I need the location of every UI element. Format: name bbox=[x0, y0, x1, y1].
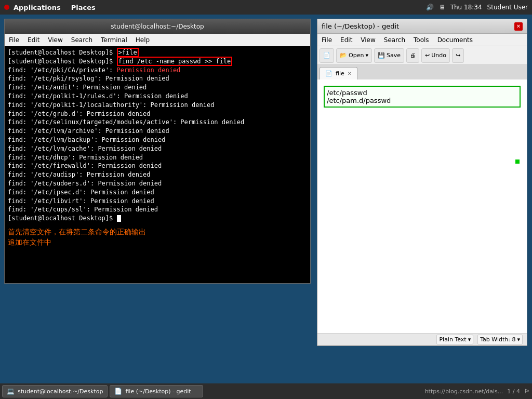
language-dropdown-icon: ▾ bbox=[468, 336, 471, 343]
terminal-permission-16: find: '/etc/libvirt': Permission denied bbox=[8, 197, 307, 206]
user-name: Student User bbox=[487, 4, 528, 11]
gedit-menu-file[interactable]: File bbox=[322, 36, 332, 44]
gedit-menu-view[interactable]: View bbox=[361, 36, 375, 44]
gedit-titlebar: file (~/Desktop) - gedit ✕ bbox=[317, 19, 527, 34]
terminal-permission-2: find: '/etc/pki/rsyslog': Permission den… bbox=[8, 74, 307, 83]
redo-icon: ↪ bbox=[456, 52, 460, 59]
open-dropdown-icon: ▾ bbox=[365, 52, 368, 59]
terminal-menu-terminal[interactable]: Terminal bbox=[101, 36, 127, 44]
gedit-window: file (~/Desktop) - gedit ✕ File Edit Vie… bbox=[317, 19, 527, 346]
terminal-permission-15: find: '/etc/ipsec.d': Permission denied bbox=[8, 188, 307, 197]
applications-menu[interactable]: Applications bbox=[14, 4, 61, 11]
terminal-permission-17: find: '/etc/cups/ssl': Permission denied bbox=[8, 205, 307, 214]
undo-button[interactable]: ↩ Undo bbox=[421, 48, 450, 63]
tab-close-button[interactable]: ✕ bbox=[348, 71, 352, 76]
taskbar-item-terminal[interactable]: 💻 student@localhost:~/Desktop bbox=[2, 385, 108, 397]
save-label: Save bbox=[387, 52, 401, 59]
taskbar-flag-icon: 🏳 bbox=[524, 388, 530, 395]
desktop: home student@localhost:~/Desktop File Ed… bbox=[0, 15, 532, 383]
terminal-permission-11: find: '/etc/dhcp': Permission denied bbox=[8, 153, 307, 162]
gedit-menu-search[interactable]: Search bbox=[384, 36, 405, 44]
print-icon: 🖨 bbox=[410, 52, 416, 59]
undo-icon: ↩ bbox=[425, 52, 430, 59]
terminal-prompt-2: [student@localhost Desktop]$ bbox=[8, 58, 117, 65]
gedit-menu-tools[interactable]: Tools bbox=[414, 36, 429, 44]
terminal-prompt-1: [student@localhost Desktop]$ bbox=[8, 49, 117, 56]
undo-label: Undo bbox=[431, 52, 446, 59]
terminal-menu-help[interactable]: Help bbox=[136, 36, 150, 44]
terminal-permission-7: find: '/etc/selinux/targeted/modules/act… bbox=[8, 118, 307, 127]
gedit-menubar: File Edit View Search Tools Documents bbox=[317, 34, 527, 46]
gedit-menu-edit[interactable]: Edit bbox=[340, 36, 352, 44]
tab-file-label: file bbox=[336, 70, 344, 77]
terminal-permission-14: find: '/etc/sudoers.d': Permission denie… bbox=[8, 179, 307, 188]
gedit-title: file (~/Desktop) - gedit bbox=[322, 22, 399, 30]
open-icon: 📂 bbox=[340, 52, 347, 59]
gedit-close-button[interactable]: ✕ bbox=[514, 22, 523, 31]
taskbar-gedit-label: file (~/Desktop) - gedit bbox=[125, 388, 191, 395]
gedit-file-contents-highlight: /etc/passwd /etc/pam.d/passwd bbox=[324, 86, 521, 108]
language-label: Plain Text bbox=[439, 336, 466, 343]
gedit-file-line-1: /etc/passwd bbox=[327, 89, 517, 97]
new-button[interactable]: 📄 bbox=[320, 48, 334, 63]
annotation: 首先清空文件，在将第二条命令的正确输出 追加在文件中 bbox=[8, 227, 307, 247]
terminal-permission-4: find: '/etc/polkit-1/rules.d': Permissio… bbox=[8, 92, 307, 101]
terminal-menu-view[interactable]: View bbox=[48, 36, 62, 44]
volume-icon: 🔊 bbox=[426, 4, 434, 11]
new-icon: 📄 bbox=[323, 52, 330, 59]
save-button[interactable]: 💾 Save bbox=[374, 48, 404, 63]
terminal-menu-search[interactable]: Search bbox=[71, 36, 92, 44]
taskbar: 💻 student@localhost:~/Desktop 📄 file (~/… bbox=[0, 383, 532, 399]
terminal-content: [student@localhost Desktop]$ >file [stud… bbox=[5, 46, 310, 283]
cmd-highlight-2: find /etc -name passwd >> file bbox=[117, 57, 233, 66]
gedit-toolbar: 📄 📂 Open ▾ 💾 Save 🖨 ↩ Undo ↪ bbox=[317, 46, 527, 65]
terminal-menubar: File Edit View Search Terminal Help bbox=[5, 34, 310, 46]
taskbar-terminal-label: student@localhost:~/Desktop bbox=[18, 388, 103, 395]
annotation-line-1: 首先清空文件，在将第二条命令的正确输出 bbox=[8, 227, 307, 237]
tab-width-dropdown[interactable]: Tab Width: 8 ▾ bbox=[477, 335, 523, 344]
denied-text-1: Permission denied bbox=[117, 66, 181, 74]
gedit-content-area: /etc/passwd /etc/pam.d/passwd bbox=[317, 79, 527, 333]
terminal-permission-9: find: '/etc/lvm/backup': Permission deni… bbox=[8, 136, 307, 144]
gedit-menu-documents[interactable]: Documents bbox=[437, 36, 473, 44]
language-dropdown[interactable]: Plain Text ▾ bbox=[436, 335, 473, 344]
open-button[interactable]: 📂 Open ▾ bbox=[336, 48, 372, 63]
redo-button[interactable]: ↪ bbox=[452, 48, 464, 63]
terminal-permission-5: find: '/etc/polkit-1/localauthority': Pe… bbox=[8, 101, 307, 110]
gedit-tab-bar: 📄 file ✕ bbox=[317, 65, 527, 79]
tab-width-dropdown-icon: ▾ bbox=[517, 336, 520, 343]
terminal-permission-6: find: '/etc/grub.d': Permission denied bbox=[8, 110, 307, 118]
cmd-highlight-1: >file bbox=[117, 48, 139, 57]
terminal-title: student@localhost:~/Desktop bbox=[111, 23, 204, 30]
terminal-titlebar: student@localhost:~/Desktop bbox=[5, 19, 310, 34]
gedit-tab-file[interactable]: 📄 file ✕ bbox=[320, 67, 357, 79]
open-label: Open bbox=[349, 52, 364, 59]
network-icon: 🖥 bbox=[439, 4, 445, 11]
taskbar-item-gedit[interactable]: 📄 file (~/Desktop) - gedit bbox=[110, 385, 203, 397]
terminal-permission-8: find: '/etc/lvm/archive': Permission den… bbox=[8, 127, 307, 136]
terminal-permission-12: find: '/etc/firewalld': Permission denie… bbox=[8, 162, 307, 170]
terminal-permission-1: find: '/etc/pki/CA/private': Permission … bbox=[8, 66, 307, 75]
print-button[interactable]: 🖨 bbox=[406, 48, 419, 63]
places-menu[interactable]: Places bbox=[71, 4, 96, 11]
terminal-window: student@localhost:~/Desktop File Edit Vi… bbox=[4, 19, 311, 284]
annotation-line-2: 追加在文件中 bbox=[8, 237, 307, 248]
top-bar-left: Applications Places bbox=[4, 4, 104, 11]
terminal-permission-13: find: '/etc/audisp': Permission denied bbox=[8, 170, 307, 179]
tab-file-icon: 📄 bbox=[325, 70, 332, 77]
top-bar-right: 🔊 🖥 Thu 18:34 Student User bbox=[426, 4, 528, 11]
save-icon: 💾 bbox=[378, 52, 385, 59]
terminal-menu-file[interactable]: File bbox=[9, 36, 19, 44]
terminal-line-1: [student@localhost Desktop]$ >file bbox=[8, 48, 307, 57]
top-system-bar: Applications Places 🔊 🖥 Thu 18:34 Studen… bbox=[0, 0, 532, 15]
terminal-menu-edit[interactable]: Edit bbox=[28, 36, 39, 44]
terminal-permission-10: find: '/etc/lvm/cache': Permission denie… bbox=[8, 144, 307, 153]
taskbar-right: https://blog.csdn.net/dais... 1 / 4 🏳 bbox=[425, 388, 530, 395]
tab-width-label: Tab Width: 8 bbox=[480, 336, 515, 343]
taskbar-page: 1 / 4 bbox=[507, 388, 520, 395]
terminal-line-2: [student@localhost Desktop]$ find /etc -… bbox=[8, 57, 307, 66]
gedit-status-bar: Plain Text ▾ Tab Width: 8 ▾ bbox=[317, 333, 527, 345]
taskbar-terminal-icon: 💻 bbox=[7, 388, 15, 395]
terminal-last-prompt: [student@localhost Desktop]$ bbox=[8, 214, 307, 223]
distro-icon bbox=[4, 5, 9, 10]
